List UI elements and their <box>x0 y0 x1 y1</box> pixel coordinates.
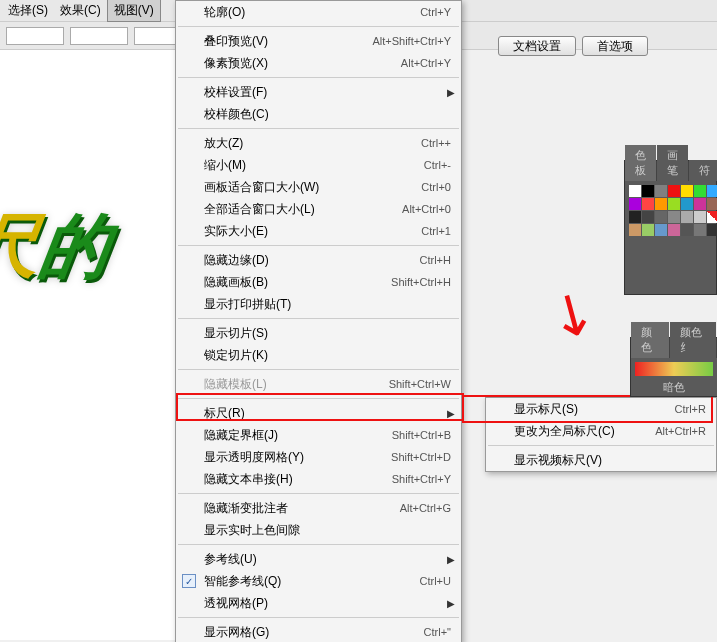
check-icon: ✓ <box>182 574 196 588</box>
color-panel-tabs: 颜色 颜色纟 <box>631 338 717 358</box>
menu-effect[interactable]: 效果(C) <box>54 0 107 21</box>
swatch[interactable] <box>642 185 654 197</box>
menu-item[interactable]: 显示视频标尺(V) <box>486 449 716 471</box>
menu-item-label: 显示打印拼贴(T) <box>204 296 451 313</box>
menu-item[interactable]: 校样颜色(C) <box>176 103 461 125</box>
swatch[interactable] <box>642 211 654 223</box>
menu-item-label: 画板适合窗口大小(W) <box>204 179 421 196</box>
menu-item-shortcut: Ctrl+R <box>675 403 706 415</box>
swatch[interactable] <box>642 198 654 210</box>
swatch[interactable] <box>629 224 641 236</box>
menu-item-shortcut: Alt+Ctrl+G <box>400 502 451 514</box>
menu-item-shortcut: Shift+Ctrl+W <box>389 378 451 390</box>
swatch[interactable] <box>668 224 680 236</box>
menu-item-shortcut: Shift+Ctrl+B <box>392 429 451 441</box>
menu-view[interactable]: 视图(V) <box>107 0 161 22</box>
swatch[interactable] <box>707 185 717 197</box>
swatch[interactable] <box>694 198 706 210</box>
menu-item[interactable]: 显示切片(S) <box>176 322 461 344</box>
menu-item[interactable]: 隐藏文本串接(H)Shift+Ctrl+Y <box>176 468 461 490</box>
tab-swatches[interactable]: 色板 <box>625 145 656 181</box>
swatch[interactable] <box>655 224 667 236</box>
toolbar-input-1[interactable] <box>6 27 64 45</box>
menu-item[interactable]: 像素预览(X)Alt+Ctrl+Y <box>176 52 461 74</box>
menu-item-shortcut: Alt+Ctrl+R <box>655 425 706 437</box>
swatch[interactable] <box>655 198 667 210</box>
menu-item[interactable]: 画板适合窗口大小(W)Ctrl+0 <box>176 176 461 198</box>
toolbar-input-2[interactable] <box>70 27 128 45</box>
menu-item[interactable]: 参考线(U)▶ <box>176 548 461 570</box>
menu-item[interactable]: 显示标尺(S)Ctrl+R <box>486 398 716 420</box>
menu-item[interactable]: 隐藏画板(B)Shift+Ctrl+H <box>176 271 461 293</box>
menu-item-label: 显示网格(G) <box>204 624 424 641</box>
tab-color[interactable]: 颜色 <box>631 322 669 358</box>
menu-item-label: 显示实时上色间隙 <box>204 522 451 539</box>
menu-item[interactable]: 锁定切片(K) <box>176 344 461 366</box>
swatch-grid[interactable] <box>625 181 716 240</box>
menu-item-label: 像素预览(X) <box>204 55 401 72</box>
menu-item-label: 隐藏渐变批注者 <box>204 500 400 517</box>
menu-item-shortcut: Ctrl+- <box>424 159 451 171</box>
menu-item[interactable]: 隐藏边缘(D)Ctrl+H <box>176 249 461 271</box>
menu-item[interactable]: 全部适合窗口大小(L)Alt+Ctrl+0 <box>176 198 461 220</box>
color-gradient[interactable] <box>635 362 713 376</box>
swatch[interactable] <box>694 185 706 197</box>
menu-item[interactable]: 缩小(M)Ctrl+- <box>176 154 461 176</box>
tab-color-guide[interactable]: 颜色纟 <box>670 322 716 358</box>
menu-item[interactable]: 标尺(R)▶ <box>176 402 461 424</box>
menu-item-shortcut: Shift+Ctrl+H <box>391 276 451 288</box>
menu-item-label: 透视网格(P) <box>204 595 451 612</box>
menu-item[interactable]: ✓智能参考线(Q)Ctrl+U <box>176 570 461 592</box>
menu-item-shortcut: Ctrl+Y <box>420 6 451 18</box>
menu-item[interactable]: 显示实时上色间隙 <box>176 519 461 541</box>
menu-item[interactable]: 显示透明度网格(Y)Shift+Ctrl+D <box>176 446 461 468</box>
swatch[interactable] <box>681 185 693 197</box>
menu-item-label: 显示视频标尺(V) <box>514 452 706 469</box>
menu-item[interactable]: 放大(Z)Ctrl++ <box>176 132 461 154</box>
menu-item[interactable]: 显示打印拼贴(T) <box>176 293 461 315</box>
swatch[interactable] <box>629 185 641 197</box>
swatch[interactable] <box>655 185 667 197</box>
menu-item[interactable]: 轮廓(O)Ctrl+Y <box>176 1 461 23</box>
menu-item[interactable]: 实际大小(E)Ctrl+1 <box>176 220 461 242</box>
swatch[interactable] <box>629 211 641 223</box>
color-panel[interactable]: 颜色 颜色纟 暗色 <box>630 337 717 397</box>
swatch[interactable] <box>642 224 654 236</box>
menu-item-label: 智能参考线(Q) <box>204 573 420 590</box>
doc-settings-button[interactable]: 文档设置 <box>498 36 576 56</box>
tab-brushes[interactable]: 画笔 <box>657 145 688 181</box>
menu-select[interactable]: 选择(S) <box>2 0 54 21</box>
menu-item[interactable]: 更改为全局标尺(C)Alt+Ctrl+R <box>486 420 716 442</box>
menu-item-label: 显示透明度网格(Y) <box>204 449 391 466</box>
preferences-button[interactable]: 首选项 <box>582 36 648 56</box>
menu-item[interactable]: 隐藏模板(L)Shift+Ctrl+W <box>176 373 461 395</box>
swatch[interactable] <box>668 211 680 223</box>
canvas: 尺的 <box>0 50 180 640</box>
swatch[interactable] <box>655 211 667 223</box>
panel-tabs: 色板 画笔 符 <box>625 161 716 181</box>
menu-item[interactable]: 隐藏定界框(J)Shift+Ctrl+B <box>176 424 461 446</box>
submenu-arrow-icon: ▶ <box>447 408 455 419</box>
swatch[interactable] <box>629 198 641 210</box>
menu-item[interactable]: 隐藏渐变批注者Alt+Ctrl+G <box>176 497 461 519</box>
swatch[interactable] <box>694 224 706 236</box>
swatch[interactable] <box>707 211 717 223</box>
tab-symbols[interactable]: 符 <box>689 160 717 181</box>
menu-item[interactable]: 校样设置(F)▶ <box>176 81 461 103</box>
swatch[interactable] <box>707 224 717 236</box>
menu-item-label: 全部适合窗口大小(L) <box>204 201 402 218</box>
swatch[interactable] <box>681 198 693 210</box>
swatch[interactable] <box>668 185 680 197</box>
swatch[interactable] <box>668 198 680 210</box>
swatch[interactable] <box>707 198 717 210</box>
menu-item[interactable]: 叠印预览(V)Alt+Shift+Ctrl+Y <box>176 30 461 52</box>
swatch[interactable] <box>694 211 706 223</box>
swatches-panel[interactable]: 色板 画笔 符 <box>624 160 717 295</box>
submenu-arrow-icon: ▶ <box>447 598 455 609</box>
swatch[interactable] <box>681 224 693 236</box>
menu-item[interactable]: 显示网格(G)Ctrl+" <box>176 621 461 642</box>
menu-item-label: 参考线(U) <box>204 551 451 568</box>
menu-item[interactable]: 透视网格(P)▶ <box>176 592 461 614</box>
color-label: 暗色 <box>631 380 717 395</box>
swatch[interactable] <box>681 211 693 223</box>
